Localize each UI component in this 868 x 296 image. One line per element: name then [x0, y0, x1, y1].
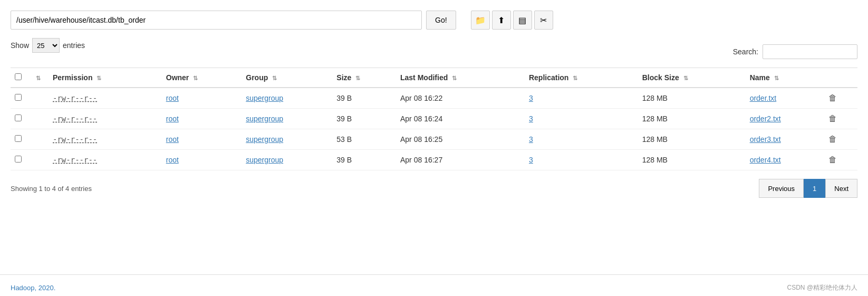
- cell-owner-2: root: [162, 129, 242, 150]
- page-1-button[interactable]: 1: [804, 179, 825, 198]
- path-input[interactable]: [11, 11, 422, 30]
- footer-right-text: CSDN @精彩绝伦体力人: [787, 283, 857, 292]
- path-bar: Go! 📁 ⬆ ▤ ✂: [11, 11, 857, 30]
- cell-replication-3: 3: [525, 150, 638, 170]
- select-all-checkbox[interactable]: [15, 73, 22, 80]
- cell-checkbox-0: [11, 88, 30, 109]
- entries-label: entries: [63, 41, 85, 50]
- search-input[interactable]: [763, 44, 857, 59]
- th-group-label: Group: [246, 73, 268, 82]
- owner-link-2[interactable]: root: [166, 135, 179, 144]
- cell-replication-2: 3: [525, 129, 638, 150]
- cell-block-size-2: 128 MB: [638, 129, 746, 150]
- pagination-buttons: Previous 1 Next: [759, 179, 857, 198]
- delete-icon-0[interactable]: 🗑: [828, 93, 837, 102]
- entries-select[interactable]: 10 25 50 100: [32, 38, 60, 53]
- cell-permission-0: -rw-r--r--: [49, 88, 162, 109]
- cell-name-3: order4.txt: [746, 150, 824, 170]
- tools-toolbar-button[interactable]: ✂: [534, 11, 553, 30]
- cell-group-0: supergroup: [242, 88, 332, 109]
- th-name[interactable]: Name ⇅: [746, 68, 824, 88]
- cell-sort-0: [30, 88, 49, 109]
- cell-last-modified-2: Apr 08 16:25: [396, 129, 525, 150]
- sort-icon-group: ⇅: [272, 75, 277, 81]
- replication-link-3[interactable]: 3: [529, 156, 533, 164]
- show-entries: Show 10 25 50 100 entries: [11, 38, 857, 53]
- file-name-link-0[interactable]: order.txt: [750, 94, 777, 102]
- permission-value-1: -rw-r--r--: [53, 114, 97, 123]
- row-checkbox-2[interactable]: [15, 135, 22, 142]
- cell-block-size-1: 128 MB: [638, 109, 746, 129]
- owner-link-3[interactable]: root: [166, 156, 179, 164]
- cell-group-1: supergroup: [242, 109, 332, 129]
- cell-delete-0: 🗑: [824, 88, 857, 109]
- th-permission[interactable]: Permission ⇅: [49, 68, 162, 88]
- file-name-link-1[interactable]: order2.txt: [750, 114, 781, 123]
- search-label: Search:: [733, 47, 758, 56]
- previous-button[interactable]: Previous: [759, 179, 804, 198]
- pagination-row: Showing 1 to 4 of 4 entries Previous 1 N…: [11, 179, 857, 208]
- row-checkbox-3[interactable]: [15, 156, 22, 163]
- row-checkbox-1[interactable]: [15, 114, 22, 121]
- th-block-size-label: Block Size: [642, 73, 679, 82]
- table-row: -rw-r--r-- root supergroup 39 B Apr 08 1…: [11, 109, 857, 129]
- cell-sort-2: [30, 129, 49, 150]
- cell-sort-1: [30, 109, 49, 129]
- folder-toolbar-button[interactable]: 📁: [471, 11, 490, 30]
- delete-icon-1[interactable]: 🗑: [828, 114, 837, 123]
- th-size[interactable]: Size ⇅: [332, 68, 396, 88]
- cell-size-3: 39 B: [332, 150, 396, 170]
- replication-link-0[interactable]: 3: [529, 94, 533, 102]
- th-owner-label: Owner: [166, 73, 189, 82]
- next-button[interactable]: Next: [825, 179, 857, 198]
- owner-link-0[interactable]: root: [166, 94, 179, 102]
- cell-permission-2: -rw-r--r--: [49, 129, 162, 150]
- th-last-modified[interactable]: Last Modified ⇅: [396, 68, 525, 88]
- th-block-size[interactable]: Block Size ⇅: [638, 68, 746, 88]
- group-link-0[interactable]: supergroup: [246, 94, 283, 102]
- upload-toolbar-button[interactable]: ⬆: [492, 11, 511, 30]
- th-sort-only[interactable]: ⇅: [30, 68, 49, 88]
- delete-icon-2[interactable]: 🗑: [828, 135, 837, 144]
- table-row: -rw-r--r-- root supergroup 39 B Apr 08 1…: [11, 150, 857, 170]
- cell-last-modified-3: Apr 08 16:27: [396, 150, 525, 170]
- cell-name-0: order.txt: [746, 88, 824, 109]
- cell-group-2: supergroup: [242, 129, 332, 150]
- pagination-info: Showing 1 to 4 of 4 entries: [11, 185, 92, 193]
- sort-icon-name: ⇅: [774, 75, 779, 81]
- footer-left-text: Hadoop, 2020.: [11, 284, 55, 292]
- cell-size-1: 39 B: [332, 109, 396, 129]
- group-link-1[interactable]: supergroup: [246, 114, 283, 123]
- cell-size-0: 39 B: [332, 88, 396, 109]
- files-table: ⇅ Permission ⇅ Owner ⇅ Group ⇅ Size ⇅: [11, 68, 857, 170]
- cell-replication-0: 3: [525, 88, 638, 109]
- cell-delete-3: 🗑: [824, 150, 857, 170]
- row-checkbox-0[interactable]: [15, 94, 22, 101]
- table-row: -rw-r--r-- root supergroup 39 B Apr 08 1…: [11, 88, 857, 109]
- list-toolbar-button[interactable]: ▤: [513, 11, 532, 30]
- go-button[interactable]: Go!: [426, 11, 456, 30]
- delete-icon-3[interactable]: 🗑: [828, 155, 837, 164]
- controls-row: Show 10 25 50 100 entries Search:: [11, 38, 857, 65]
- cell-permission-1: -rw-r--r--: [49, 109, 162, 129]
- file-name-link-2[interactable]: order3.txt: [750, 135, 781, 144]
- sort-icon-size: ⇅: [355, 75, 360, 81]
- cell-block-size-3: 128 MB: [638, 150, 746, 170]
- th-group[interactable]: Group ⇅: [242, 68, 332, 88]
- th-size-label: Size: [336, 73, 351, 82]
- group-link-3[interactable]: supergroup: [246, 156, 283, 164]
- toolbar-icons: 📁 ⬆ ▤ ✂: [471, 11, 553, 30]
- group-link-2[interactable]: supergroup: [246, 135, 283, 144]
- replication-link-1[interactable]: 3: [529, 114, 533, 123]
- cell-checkbox-1: [11, 109, 30, 129]
- th-replication[interactable]: Replication ⇅: [525, 68, 638, 88]
- file-name-link-3[interactable]: order4.txt: [750, 156, 781, 164]
- owner-link-1[interactable]: root: [166, 114, 179, 123]
- cell-delete-1: 🗑: [824, 109, 857, 129]
- footer: Hadoop, 2020. CSDN @精彩绝伦体力人: [0, 274, 868, 296]
- sort-icon-owner: ⇅: [193, 75, 198, 81]
- th-checkbox: [11, 68, 30, 88]
- th-owner[interactable]: Owner ⇅: [162, 68, 242, 88]
- cell-owner-3: root: [162, 150, 242, 170]
- replication-link-2[interactable]: 3: [529, 135, 533, 144]
